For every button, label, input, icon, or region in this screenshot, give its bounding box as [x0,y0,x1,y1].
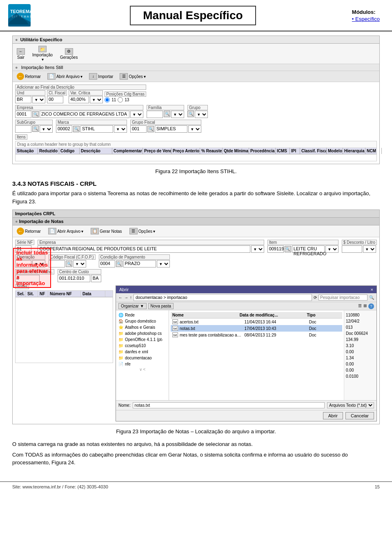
f23-condicao-group: Condição de Pagamento 0004 🔍 PRAZO ▾ [99,254,170,267]
organizar-btn[interactable]: Organizar ▼ [118,303,147,309]
grupo-fiscal-select[interactable]: ▾ [188,125,201,133]
f23-item-lookup-btn[interactable]: 🔍 [285,246,291,252]
f23-gerar-notas-btn[interactable]: 📋 Gerar Notas [89,227,123,236]
search-input[interactable] [318,294,368,301]
subgrupo-lookup-btn[interactable]: 🔍 [32,125,39,132]
para-after23-text2: Com TODAS as informações do cabeçalho pr… [12,451,380,467]
subgrupo-select[interactable]: ▾ [40,125,53,133]
col-sel: Sel. [16,291,26,297]
marca-select[interactable]: ▾ [114,125,127,133]
itens-section: Itens Drag a column header here to group… [15,134,377,161]
posicoes-radios: 11 13 [105,97,146,103]
cl-fiscal-group: Cl. Fiscal 00 [47,90,67,103]
sidebar-grupo-domestico[interactable]: 🏠 Grupo doméstico [116,318,169,324]
sidebar-danfes-label: danfes e xml [125,350,148,354]
folder-danfes-icon: 📁 [118,350,123,354]
file-type-notas: Doc [309,326,341,331]
abrir-btn[interactable]: Abrir [323,412,343,419]
sidebar-documentacao[interactable]: 📁 documentacao [116,355,169,361]
grupo-lookup-btn[interactable]: 🔍 [187,111,194,117]
view-list-icon[interactable]: ☰ [358,303,362,309]
und-group: Und BR ▾ [15,90,45,103]
f23-centro-custo-group: Centro de Custo 001.012.010 BA [58,269,101,282]
sidebar-adobe[interactable]: 📁 adobe photoshop cs [116,330,169,337]
col-reduzido: Reduzido [38,148,59,154]
var-critica-select[interactable]: ▾ [90,96,103,103]
figure22-subtoolbar: ● Importação Itens Still [13,64,379,71]
tipo-select[interactable]: Arquivos Texto (*.txt) [327,402,374,408]
f23-item-select[interactable]: ▾ [325,245,339,253]
grupo-fiscal-lookup-btn[interactable]: 🔍 [147,126,154,132]
notes-table: Sel. Sit. NF Número NF Data [15,290,113,363]
sidebar-nfe[interactable]: 📄 nfe [116,361,169,367]
f23-item-code: 009119 [267,245,284,253]
help-icon[interactable]: ? [368,303,374,309]
figure23-screenshot: Importações CRPL ● Importação de Notas ←… [12,209,380,424]
grupo-select[interactable]: ▾ [195,111,208,118]
file-row-mes-teste[interactable]: txt mes teste para contabilizacao apos .… [171,332,342,338]
network-icon: 🌐 [118,313,123,317]
modulos-especifico-link[interactable]: Específico [352,16,380,22]
empresa-code: 0001 [15,111,31,118]
right-value-7: 0.00 [346,349,375,355]
var-critica-group: Var. Crítica 40,00% ▾ [69,90,103,103]
f23-condicao-select[interactable]: ▾ [157,260,170,267]
refresh-btn[interactable]: ⟳ [314,295,317,300]
familia-label: Família [147,105,184,110]
f23-empresa-select[interactable]: ▾ [251,245,264,253]
f23-cod-fiscal-select[interactable]: ▾ [73,260,86,267]
col-descricao: Descrição [80,148,112,154]
figure22-geracoes-btn[interactable]: ⚙ Gerações [58,47,79,60]
forward-nav-btn[interactable]: → [124,295,128,300]
sidebar-rede[interactable]: 🌐 Rede [116,312,169,318]
f23-abrir-arquivo-btn[interactable]: 📄 Abrir Arquivo▾ [47,227,85,236]
file-row-notas[interactable]: txt notas.txt 17/04/2013 10:43 Doc [171,325,342,332]
familia-lookup-btn[interactable]: 🔍 [164,111,170,117]
sidebar-openoffice-label: OpenOffice 4.1.1 (pt- [125,337,163,342]
cancelar-btn[interactable]: Cancelar [345,412,374,419]
f23-cod-fiscal-lookup-btn[interactable]: 🔍 [66,261,72,267]
notes-table-body [16,297,113,363]
sidebar-danfes[interactable]: 📁 danfes e xml [116,349,169,355]
figure22-importacao-btn[interactable]: 📁 Importação▾ [31,45,54,62]
f23-centro-value: 001.012.010 [58,275,90,282]
opcoes-btn[interactable]: ☰ Opções▾ [118,72,147,81]
back-nav-btn[interactable]: ← [118,295,122,300]
figure23-body: Série NF 01 Empresa COOPERATIVA REGIONAL… [13,237,379,424]
marca-lookup-btn[interactable]: 🔍 [73,126,80,132]
posicoes-label: Posições Cdg Barras [105,91,146,97]
right-value-9: 0.00 [346,361,375,367]
file-date-mes-teste: 08/04/2013 11:29 [244,333,307,337]
f23-row1: Série NF 01 Empresa COOPERATIVA REGIONAL… [15,240,377,253]
f23-desconto-select[interactable]: ▾ [363,245,376,253]
figure22-sair-btn[interactable]: ← Sair [15,47,27,60]
sidebar-atalhos[interactable]: ⭐ Atalhos e Gerais [116,324,169,330]
radio-13[interactable] [118,97,123,103]
sidebar-openoffice[interactable]: 📁 OpenOffice 4.1.1 (pt- [116,337,169,343]
nova-pasta-btn[interactable]: Nova pasta [148,303,174,309]
view-icons-icon[interactable]: ⊞ [363,303,367,309]
sidebar-documentacao-label: documentacao [125,356,152,360]
nome-input[interactable] [133,402,325,408]
importar-btn[interactable]: ↓ Importar [87,72,115,81]
f23-condicao-lookup-btn[interactable]: 🔍 [116,261,122,267]
star-icon: ⭐ [118,325,123,330]
teorema-logo-icon: TEOREMA SISTEMAS [8,4,31,27]
sidebar-ccsetup[interactable]: 📁 ccsetup510 [116,343,169,349]
familia-select[interactable]: ▾ [171,111,184,118]
retornar-btn[interactable]: ← Retornar [15,72,42,81]
file-row-acertos[interactable]: txt acertos.txt 11/04/2013 16:44 Doc [171,319,342,325]
radio-11[interactable] [105,97,110,103]
file-dialog-footer: Nome: Arquivos Texto (*.txt) [116,400,376,410]
und-select[interactable]: ▾ [32,96,45,103]
empresa-select[interactable]: ▾ [130,111,143,118]
file-dialog-close-btn[interactable]: × [371,287,373,292]
empresa-label: Empresa [15,105,143,110]
abrir-arquivo-btn[interactable]: 📄 Abrir Arquivo▾ [46,72,84,81]
file-date-acertos: 11/04/2013 16:44 [244,320,307,324]
up-nav-btn[interactable]: ↑ [130,295,132,300]
right-value-10: 0.00 [346,367,375,373]
f23-opcoes-btn[interactable]: ☰ Opções▾ [128,227,157,236]
empresa-lookup-btn[interactable]: 🔍 [32,111,39,118]
f23-retornar-btn[interactable]: ← Retornar [15,227,42,236]
